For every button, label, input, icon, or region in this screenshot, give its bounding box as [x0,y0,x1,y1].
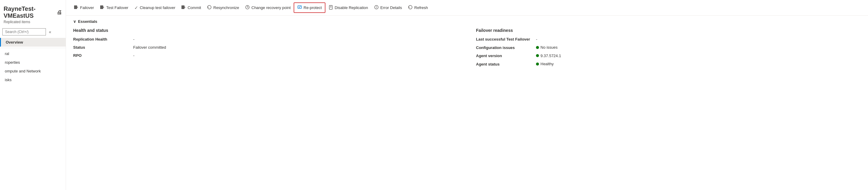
sidebar-divider [0,48,66,48]
error-details-button[interactable]: Error Details [371,3,405,12]
agent-version-status-dot [536,54,539,57]
replication-health-label: Replication Health [73,37,133,42]
collapse-button[interactable]: « [47,28,53,35]
failover-readiness-section: Failover readiness Last successful Test … [476,28,861,70]
agent-version-row: Agent version 9.37.5724.1 [476,54,861,58]
sidebar: RayneTest-VMEastUS 🖨 Replicated items « … [0,0,66,190]
commit-icon [181,5,186,10]
essentials-header[interactable]: ∨ Essentials [73,19,861,24]
svg-point-10 [376,8,377,8]
page-title: RayneTest-VMEastUS 🖨 [0,3,66,20]
svg-rect-2 [182,5,184,9]
agent-status-dot [536,62,539,65]
test-failover-button[interactable]: Test Failover [97,3,131,12]
last-test-failover-label: Last successful Test Failover [476,37,536,42]
sidebar-item-properties[interactable]: roperties [0,58,66,67]
agent-status-text: Healthy [540,62,554,66]
test-failover-label: Test Failover [106,5,128,10]
change-recovery-point-button[interactable]: Change recovery point [242,3,293,12]
rpo-label: RPO [73,53,133,58]
config-issues-label: Configuration issues [476,46,536,50]
re-protect-button[interactable]: Re-protect [293,2,326,13]
failover-label: Failover [80,5,94,10]
agent-status-row: Agent status Healthy [476,62,861,66]
health-status-section: Health and status Replication Health - S… [73,28,458,70]
last-test-failover-value: - [536,37,537,42]
cleanup-button[interactable]: ✓ Cleanup test failover [131,3,179,12]
svg-rect-1 [100,5,103,9]
essentials-title: Essentials [78,19,97,24]
refresh-icon [408,5,413,10]
search-bar: « [0,27,66,37]
sidebar-item-compute-network[interactable]: ompute and Network [0,67,66,76]
config-issues-row: Configuration issues No issues [476,45,861,50]
sidebar-item-general[interactable]: ral [0,49,66,58]
sidebar-nav: Overview ral roperties ompute and Networ… [0,38,66,84]
svg-rect-0 [74,5,77,9]
rpo-row: RPO - [73,53,458,58]
status-row: Status Failover committed [73,45,458,50]
failover-button[interactable]: Failover [71,3,97,12]
test-failover-icon [100,5,105,10]
refresh-button[interactable]: Refresh [405,3,431,12]
agent-status-value: Healthy [536,62,554,66]
status-label: Status [73,45,133,50]
agent-version-value: 9.37.5724.1 [536,54,561,58]
essentials-grid: Health and status Replication Health - S… [73,28,861,70]
toolbar: Failover Test Failover ✓ Cleanup test fa… [66,0,868,16]
reprotect-icon [297,5,302,10]
main-content: Failover Test Failover ✓ Cleanup test fa… [66,0,868,190]
sidebar-item-overview[interactable]: Overview [0,38,66,47]
config-issues-value: No issues [536,45,558,50]
agent-status-label: Agent status [476,62,536,66]
resynchronize-label: Resynchronize [213,5,239,10]
health-status-title: Health and status [73,28,458,33]
replication-health-row: Replication Health - [73,37,458,42]
cleanup-label: Cleanup test failover [140,5,176,10]
resync-icon [207,5,212,10]
error-details-label: Error Details [380,5,402,10]
sidebar-item-disks[interactable]: isks [0,76,66,84]
disable-replication-label: Disable Replication [335,5,368,10]
cleanup-icon: ✓ [134,5,138,10]
search-input[interactable] [2,28,46,35]
error-icon [374,5,379,10]
failover-icon [74,5,79,10]
last-test-failover-row: Last successful Test Failover - [476,37,861,42]
commit-button[interactable]: Commit [178,3,204,12]
agent-version-text: 9.37.5724.1 [540,54,561,58]
print-icon[interactable]: 🖨 [57,9,62,16]
recovery-icon [245,5,250,10]
change-recovery-point-label: Change recovery point [251,5,291,10]
disable-icon [329,5,333,10]
config-issues-status-dot [536,46,539,49]
replication-health-value: - [133,37,134,42]
agent-version-label: Agent version [476,54,536,58]
re-protect-label: Re-protect [304,5,322,10]
rpo-value: - [133,53,134,58]
vm-name: RayneTest-VMEastUS [4,5,54,19]
disable-replication-button[interactable]: Disable Replication [326,3,371,12]
config-issues-text: No issues [540,45,558,50]
failover-readiness-title: Failover readiness [476,28,861,33]
essentials-section: ∨ Essentials Health and status Replicati… [66,16,868,70]
commit-label: Commit [187,5,201,10]
status-value: Failover committed [133,45,166,50]
essentials-collapse-icon: ∨ [73,19,76,24]
refresh-label: Refresh [414,5,428,10]
resynchronize-button[interactable]: Resynchronize [204,3,242,12]
page-subtitle: Replicated items [0,20,66,27]
